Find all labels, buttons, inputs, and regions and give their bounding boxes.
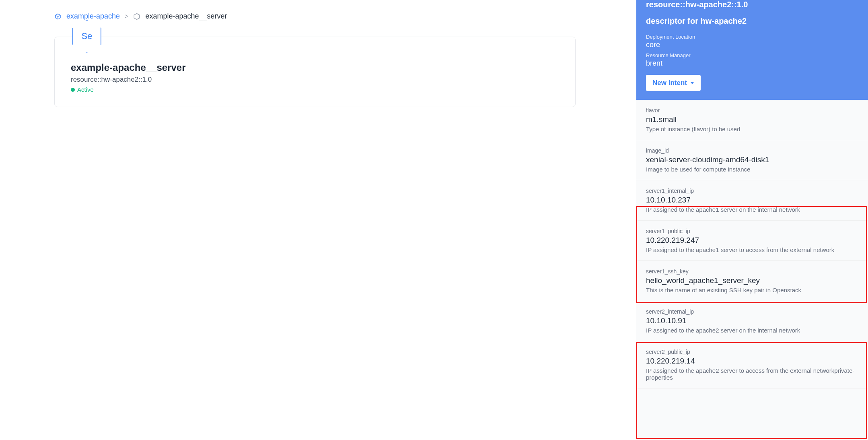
property-key: server2_internal_ip xyxy=(646,308,858,315)
panel-descriptor: descriptor for hw-apache2 xyxy=(646,17,858,34)
breadcrumb-parent-link[interactable]: example-apache xyxy=(66,12,120,21)
new-intent-button[interactable]: New Intent xyxy=(646,75,701,91)
property-value: 10.220.219.14 xyxy=(646,357,858,366)
card-container: Se example-apache__server resource::hw-a… xyxy=(54,37,636,107)
property-key: flavor xyxy=(646,107,858,114)
status-text: Active xyxy=(77,86,94,93)
property-description: IP assigned to the apache2 server to acc… xyxy=(646,367,858,381)
panel-resource-title: resource::hw-apache2::1.0 xyxy=(646,0,858,17)
property-value: xenial-server-cloudimg-amd64-disk1 xyxy=(646,155,858,164)
panel-header: resource::hw-apache2::1.0 descriptor for… xyxy=(636,0,868,100)
property-item[interactable]: server2_internal_ip 10.10.10.91 IP assig… xyxy=(636,301,868,341)
resource-manager-value: brent xyxy=(646,59,858,68)
details-panel: resource::hw-apache2::1.0 descriptor for… xyxy=(636,0,868,440)
card-subtitle: resource::hw-apache2::1.0 xyxy=(71,76,559,84)
hexagon-label: Se xyxy=(82,31,93,41)
property-description: IP assigned to the apache1 server to acc… xyxy=(646,246,858,253)
breadcrumb: example-apache > example-apache__server xyxy=(54,12,636,21)
property-description: IP assigned to the apache2 server on the… xyxy=(646,327,858,334)
property-description: This is the name of an existing SSH key … xyxy=(646,287,858,293)
property-value: m1.small xyxy=(646,115,858,124)
svg-marker-0 xyxy=(134,13,140,19)
property-item[interactable]: server1_internal_ip 10.10.10.237 IP assi… xyxy=(636,180,868,221)
deployment-location-label: Deployment Location xyxy=(646,34,858,40)
property-value: 10.220.219.247 xyxy=(646,236,858,245)
breadcrumb-separator: > xyxy=(125,13,128,20)
property-key: image_id xyxy=(646,147,858,154)
hexagon-badge: Se xyxy=(72,20,101,53)
status-dot-icon xyxy=(71,88,75,92)
property-item[interactable]: server1_public_ip 10.220.219.247 IP assi… xyxy=(636,221,868,261)
property-item[interactable]: image_id xenial-server-cloudimg-amd64-di… xyxy=(636,140,868,180)
property-item[interactable]: server2_public_ip 10.220.219.14 IP assig… xyxy=(636,341,868,388)
property-key: server2_public_ip xyxy=(646,349,858,355)
server-card[interactable]: example-apache__server resource::hw-apac… xyxy=(54,37,576,107)
property-description: Image to be used for compute instance xyxy=(646,166,858,173)
property-value: 10.10.10.91 xyxy=(646,316,858,325)
status-row: Active xyxy=(71,86,559,93)
property-key: server1_internal_ip xyxy=(646,188,858,194)
deployment-location-value: core xyxy=(646,41,858,49)
resource-manager-label: Resource Manager xyxy=(646,52,858,58)
property-key: server1_public_ip xyxy=(646,228,858,234)
breadcrumb-current: example-apache__server xyxy=(145,12,227,21)
hexagon-icon xyxy=(133,13,140,20)
property-item[interactable]: flavor m1.small Type of instance (flavor… xyxy=(636,100,868,140)
card-title: example-apache__server xyxy=(71,62,559,73)
property-value: hello_world_apache1_server_key xyxy=(646,276,858,285)
property-key: server1_ssh_key xyxy=(646,268,858,275)
properties-list: flavor m1.small Type of instance (flavor… xyxy=(636,100,868,388)
caret-down-icon xyxy=(690,82,694,84)
property-item[interactable]: server1_ssh_key hello_world_apache1_serv… xyxy=(636,261,868,301)
property-description: IP assigned to the apache1 server on the… xyxy=(646,206,858,213)
cube-icon xyxy=(54,13,62,20)
property-value: 10.10.10.237 xyxy=(646,196,858,205)
new-intent-label: New Intent xyxy=(652,79,687,87)
main-content: example-apache > example-apache__server … xyxy=(0,0,636,107)
property-description: Type of instance (flavor) to be used xyxy=(646,126,858,132)
